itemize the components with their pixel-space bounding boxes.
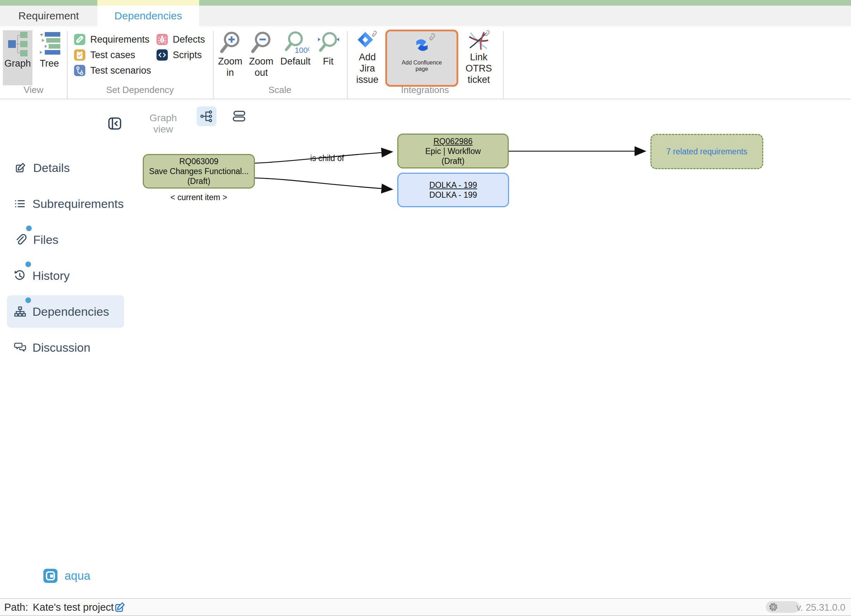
add-confluence-label-1: Add Confluence — [402, 60, 442, 66]
settings-toggle[interactable] — [766, 601, 800, 613]
zoom-out-icon — [250, 30, 272, 56]
add-jira-issue-button[interactable]: Add Jira issue — [351, 30, 383, 85]
jira-icon — [353, 30, 381, 51]
ribbon-toolbar: Graph Tree Requirements Te — [0, 26, 851, 99]
zoom-default-icon: 100% — [281, 30, 310, 56]
active-tab-accent-strip — [97, 0, 199, 6]
zoom-fit-icon — [317, 30, 340, 56]
link-otrs-ticket-button[interactable]: Link OTRS ticket — [461, 30, 496, 85]
zoom-default-button[interactable]: 100% Default — [278, 30, 312, 85]
edit-path-button[interactable] — [114, 601, 126, 613]
zoom-out-label-2: out — [254, 67, 268, 78]
script-code-icon — [156, 50, 168, 61]
set-dependency-defects[interactable]: Defects — [156, 34, 205, 45]
requirement-icon — [74, 34, 85, 45]
zoom-out-button[interactable]: Zoom out — [247, 30, 276, 85]
aqua-logo-icon — [44, 569, 57, 583]
set-dependency-test-scenarios[interactable]: Test scenarios — [74, 65, 151, 76]
brand: aqua — [44, 569, 90, 583]
related-requirements-label: 7 related requirements — [666, 147, 747, 156]
add-confluence-label-2: page — [416, 66, 429, 72]
defect-bug-icon — [156, 34, 168, 45]
zoom-fit-button[interactable]: Fit — [315, 30, 341, 85]
test-scenario-icon — [74, 65, 85, 76]
group-label-integrations: Integrations — [347, 84, 503, 96]
group-label-set-dependency: Set Dependency — [67, 84, 213, 96]
path-value: Kate's test project — [33, 601, 114, 613]
top-accent-strip — [0, 0, 851, 6]
confluence-icon — [406, 33, 438, 60]
zoom-fit-label: Fit — [323, 56, 334, 67]
tree-list-icon — [38, 30, 61, 58]
edit-path-icon — [114, 601, 126, 613]
set-dependency-test-cases-label: Test cases — [90, 50, 135, 61]
graph-view-button[interactable]: Graph — [3, 30, 32, 85]
node-current-status: (Draft) — [187, 176, 210, 186]
add-jira-label-2: issue — [356, 74, 378, 85]
path-label: Path: — [4, 601, 28, 613]
add-confluence-page-button[interactable]: Add Confluence page — [385, 30, 458, 87]
node-parent-status: (Draft) — [441, 156, 464, 166]
tab-dependencies[interactable]: Dependencies — [97, 6, 199, 26]
current-item-caption: < current item > — [143, 193, 255, 202]
node-parent-requirement[interactable]: RQ062986 Epic | Workflow (Draft) — [397, 134, 509, 168]
edge-to-external — [255, 178, 391, 189]
node-parent-id[interactable]: RQ062986 — [433, 137, 472, 146]
zoom-in-label-1: Zoom — [218, 56, 242, 67]
test-case-icon — [74, 50, 85, 61]
set-dependency-defects-label: Defects — [173, 34, 205, 45]
link-otrs-label-2: ticket — [468, 74, 490, 85]
group-label-view: View — [0, 84, 67, 96]
brand-name: aqua — [65, 569, 90, 583]
zoom-in-button[interactable]: Zoom in — [216, 30, 245, 85]
tree-view-button[interactable]: Tree — [35, 30, 63, 85]
node-related-requirements[interactable]: 7 related requirements — [650, 134, 763, 169]
set-dependency-test-cases[interactable]: Test cases — [74, 50, 135, 61]
zoom-out-label-1: Zoom — [249, 56, 273, 67]
dependency-graph-canvas: Graph view Details — [0, 99, 851, 598]
tree-view-button-label: Tree — [40, 58, 59, 69]
tab-dependencies-label: Dependencies — [114, 10, 182, 22]
node-parent-title: Epic | Workflow — [425, 146, 481, 156]
set-dependency-scripts-label: Scripts — [173, 50, 202, 61]
status-bar: Path: Kate's test project v. 25.31.0.0 — [0, 598, 851, 616]
zoom-in-label-2: in — [226, 67, 234, 78]
link-otrs-label-1: Link OTRS — [461, 51, 496, 74]
node-current-title: Save Changes Functional... — [149, 166, 249, 176]
graph-view-button-label: Graph — [4, 58, 31, 69]
otrs-icon — [464, 30, 493, 51]
node-external-title: DOLKA - 199 — [429, 190, 477, 200]
zoom-in-icon — [219, 30, 242, 56]
tab-bar: Requirement Dependencies — [0, 6, 851, 26]
set-dependency-scripts[interactable]: Scripts — [156, 50, 202, 61]
node-external-jira-item[interactable]: DOLKA - 199 DOLKA - 199 — [397, 173, 509, 207]
tab-requirement-label: Requirement — [18, 10, 79, 22]
add-jira-label-1: Add Jira — [351, 51, 383, 74]
zoom-default-label: Default — [280, 56, 311, 67]
tab-requirement[interactable]: Requirement — [0, 6, 97, 26]
node-external-id[interactable]: DOLKA - 199 — [429, 180, 477, 190]
edge-label-is-child-of: is child of — [310, 154, 344, 163]
version-text: v. 25.31.0.0 — [796, 602, 845, 613]
node-current-item[interactable]: RQ063009 Save Changes Functional... (Dra… — [143, 154, 255, 189]
group-label-scale: Scale — [213, 84, 347, 96]
node-current-id: RQ063009 — [179, 156, 218, 166]
graph-diagram-icon — [6, 30, 29, 58]
set-dependency-requirements[interactable]: Requirements — [74, 34, 149, 45]
set-dependency-requirements-label: Requirements — [90, 34, 149, 45]
set-dependency-test-scenarios-label: Test scenarios — [90, 65, 151, 76]
svg-text:100%: 100% — [295, 46, 310, 55]
gear-icon — [768, 602, 778, 612]
